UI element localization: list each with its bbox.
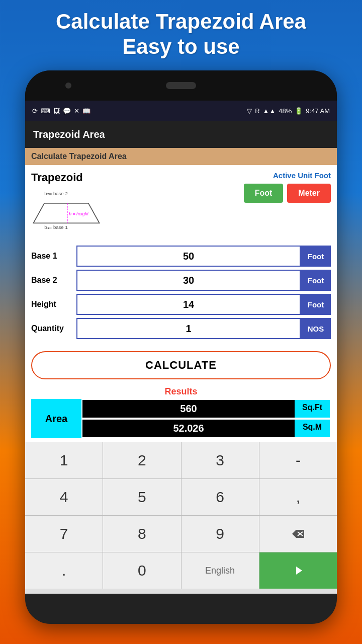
battery-icon: 🔋 [295, 107, 303, 115]
key-next[interactable] [259, 552, 337, 589]
phone-screen: Calculate Trapezoid Area Trapezoid b₂= b… [25, 148, 337, 594]
base2-label: Base 2 [31, 276, 76, 285]
key-5[interactable]: 5 [103, 479, 180, 515]
trapezoid-title: Trapezoid [31, 171, 129, 184]
results-table: Area 560 Sq.Ft 52.026 Sq.M [31, 399, 331, 438]
speaker [166, 82, 196, 89]
key-1[interactable]: 1 [25, 442, 103, 478]
base2-unit: Foot [301, 270, 331, 291]
key-4[interactable]: 4 [25, 479, 103, 515]
calculate-button[interactable]: CALCULATE [31, 351, 331, 379]
trapezoid-diagram: b₂= base 2 h = height b₁= base 1 [31, 187, 102, 232]
base2-input[interactable] [76, 270, 301, 291]
quantity-row: Quantity NOS [31, 318, 331, 339]
trapezoid-info: Trapezoid b₂= base 2 h = height b₁= base… [31, 171, 129, 234]
section-header: Calculate Trapezoid Area [25, 148, 337, 165]
trapezoid-section: Trapezoid b₂= base 2 h = height b₁= base… [25, 165, 337, 246]
foot-button[interactable]: Foot [244, 184, 284, 203]
status-bar: ⟳ ⌨ 🖼 💬 ✕ 📖 ▽ R ▲▲ 48% 🔋 9:47 AM [25, 101, 337, 121]
base2-row: Base 2 Foot [31, 270, 331, 291]
message-icon: 💬 [63, 107, 71, 115]
area-label: Area [31, 399, 81, 438]
image-icon: 🖼 [53, 107, 60, 115]
status-right: ▽ R ▲▲ 48% 🔋 9:47 AM [247, 107, 330, 115]
svg-text:b₂= base 2: b₂= base 2 [44, 191, 67, 196]
svg-marker-1 [33, 203, 99, 223]
app-bar: Trapezoid Area [25, 121, 337, 148]
key-english[interactable]: English [182, 552, 259, 589]
key-2[interactable]: 2 [103, 442, 180, 478]
keypad-grid: 1 2 3 - 4 5 6 , 7 8 9 [25, 442, 337, 589]
quantity-input[interactable] [76, 318, 301, 339]
base1-unit: Foot [301, 246, 331, 267]
keypad: 1 2 3 - 4 5 6 , 7 8 9 [25, 442, 337, 594]
height-label: Height [31, 300, 76, 309]
phone-frame: ⟳ ⌨ 🖼 💬 ✕ 📖 ▽ R ▲▲ 48% 🔋 9:47 AM Trapezo… [25, 70, 337, 624]
unit-selector: Active Unit Foot Foot Meter [134, 171, 331, 203]
backspace-icon [291, 529, 305, 539]
key-6[interactable]: 6 [182, 479, 259, 515]
key-comma[interactable]: , [259, 479, 337, 515]
key-8[interactable]: 8 [103, 516, 180, 552]
quantity-label: Quantity [31, 324, 76, 333]
key-0[interactable]: 0 [103, 552, 180, 589]
result-unit-2: Sq.M [295, 420, 330, 437]
results-title: Results [31, 384, 331, 399]
key-backspace[interactable] [259, 516, 337, 552]
battery-percent: 48% [279, 107, 292, 115]
wifi-off-icon: ✕ [74, 107, 79, 115]
key-3[interactable]: 3 [182, 442, 259, 478]
arrow-right-icon [292, 565, 304, 577]
app-bar-title: Trapezoid Area [33, 129, 105, 140]
height-unit: Foot [301, 294, 331, 315]
status-icons: ⟳ ⌨ 🖼 💬 ✕ 📖 [32, 107, 90, 115]
result-value-2: 52.026 [82, 420, 295, 437]
svg-marker-8 [296, 567, 302, 575]
front-camera [65, 83, 71, 89]
svg-text:h = height: h = height [69, 211, 88, 216]
time: 9:47 AM [306, 107, 330, 115]
quantity-unit: NOS [301, 318, 331, 339]
key-7[interactable]: 7 [25, 516, 103, 552]
sync-icon: ⟳ [32, 107, 38, 115]
active-unit-label: Active Unit Foot [273, 171, 331, 180]
results-section: Results Area 560 Sq.Ft [25, 384, 337, 442]
svg-text:b₁= base 1: b₁= base 1 [44, 224, 67, 230]
height-input[interactable] [76, 294, 301, 315]
key-minus[interactable]: - [259, 442, 337, 478]
result-value-1: 560 [82, 400, 295, 418]
wifi-icon: ▽ [247, 107, 252, 115]
base1-label: Base 1 [31, 252, 76, 261]
book-icon: 📖 [82, 107, 90, 115]
base1-row: Base 1 Foot [31, 246, 331, 267]
svg-marker-5 [292, 530, 304, 538]
meter-button[interactable]: Meter [287, 184, 331, 203]
unit-buttons: Foot Meter [244, 184, 331, 203]
calculate-section: CALCULATE [25, 346, 337, 384]
input-rows: Base 1 Foot Base 2 Foot Height Foot Quan… [25, 246, 337, 346]
app-title: Calculate Trapezoid Area Easy to use [0, 9, 362, 60]
keyboard-icon: ⌨ [41, 107, 50, 115]
signal-r: R [255, 107, 259, 115]
key-dot[interactable]: . [25, 552, 103, 589]
result-unit-1: Sq.Ft [295, 400, 330, 418]
key-9[interactable]: 9 [182, 516, 259, 552]
base1-input[interactable] [76, 246, 301, 267]
height-row: Height Foot [31, 294, 331, 315]
signal-bars: ▲▲ [263, 107, 276, 115]
phone-top [25, 70, 337, 101]
